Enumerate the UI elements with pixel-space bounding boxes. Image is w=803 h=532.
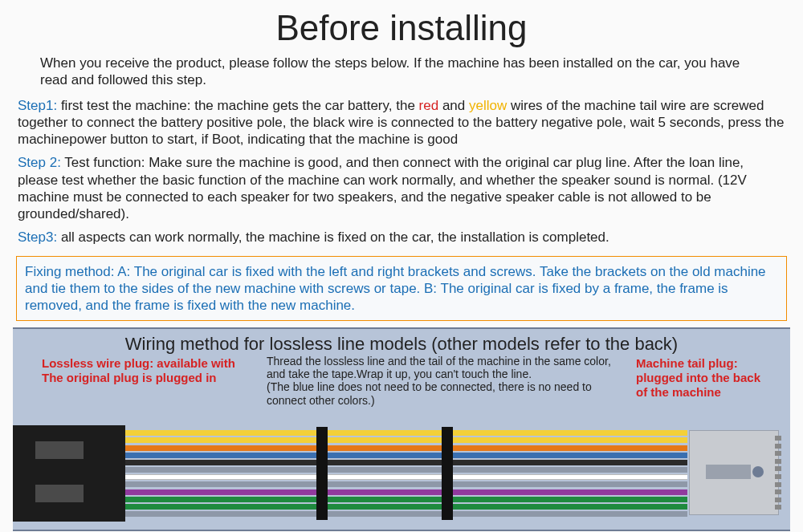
- plug-right-icon: [689, 430, 779, 515]
- plug-slot-icon: [35, 485, 84, 502]
- wire-line: [125, 474, 687, 480]
- wiring-diagram: [13, 425, 790, 530]
- pin-icon: [775, 466, 781, 471]
- step-3: Step3: all aspects can work normally, th…: [0, 227, 803, 250]
- tape-band-icon: [442, 427, 453, 520]
- wire-line: [125, 445, 687, 451]
- step-1-red: red: [419, 98, 439, 113]
- pin-icon: [775, 482, 781, 487]
- step-1-text-b: and: [438, 98, 469, 113]
- wiring-title: Wiring method for lossless line models (…: [13, 332, 790, 355]
- intro-text: When you receive the product, please fol…: [0, 51, 803, 95]
- pin-icon: [775, 459, 781, 464]
- wiring-label-mid: Thread the lossless line and the tail of…: [267, 355, 631, 406]
- wire-line: [125, 437, 687, 443]
- step-1-label: Step1:: [18, 98, 57, 113]
- wire-bundle: [125, 428, 687, 518]
- step-2-text: Test function: Make sure the machine is …: [18, 155, 747, 221]
- fixing-method-box: Fixing method: A: The original car is fi…: [16, 256, 787, 322]
- wire-line: [125, 467, 687, 473]
- wiring-labels: Lossless wire plug: available with The o…: [13, 355, 790, 403]
- wiring-panel: Wiring method for lossless line models (…: [13, 327, 790, 531]
- document-page: Before installing When you receive the p…: [0, 0, 803, 532]
- step-1-text-a: first test the machine: the machine gets…: [57, 98, 418, 113]
- fixing-method-text: Fixing method: A: The original car is fi…: [25, 264, 766, 314]
- pin-icon: [775, 444, 781, 449]
- plug-left-icon: [13, 425, 125, 522]
- step-2-label: Step 2:: [18, 155, 61, 170]
- wiring-label-right: Machine tail plug: plugged into the back…: [636, 356, 774, 400]
- wire-line: [125, 453, 687, 458]
- wire-line: [125, 481, 687, 487]
- wire-line: [125, 460, 687, 465]
- pin-icon: [775, 489, 781, 494]
- step-1-yellow: yellow: [469, 98, 507, 113]
- wire-line: [125, 497, 687, 502]
- plug-slot-icon: [35, 441, 84, 459]
- step-2: Step 2: Test function: Make sure the mac…: [0, 152, 803, 227]
- tape-band-icon: [316, 427, 328, 520]
- plug-knob-icon: [752, 466, 764, 477]
- step-3-text: all aspects can work normally, the machi…: [57, 229, 609, 245]
- plug-pins: [775, 434, 780, 511]
- wire-line: [125, 511, 687, 517]
- wire-line: [125, 504, 687, 510]
- wire-line: [125, 489, 687, 495]
- pin-icon: [775, 451, 781, 456]
- page-title: Before installing: [0, 0, 803, 51]
- wire-line: [125, 430, 687, 436]
- step-3-label: Step3:: [18, 229, 57, 245]
- step-1: Step1: first test the machine: the machi…: [0, 95, 803, 153]
- plug-handle-icon: [706, 465, 751, 479]
- wiring-label-left: Lossless wire plug: available with The o…: [42, 356, 267, 385]
- pin-icon: [775, 436, 781, 441]
- pin-icon: [775, 474, 781, 479]
- pin-icon: [775, 497, 781, 502]
- pin-icon: [775, 505, 781, 510]
